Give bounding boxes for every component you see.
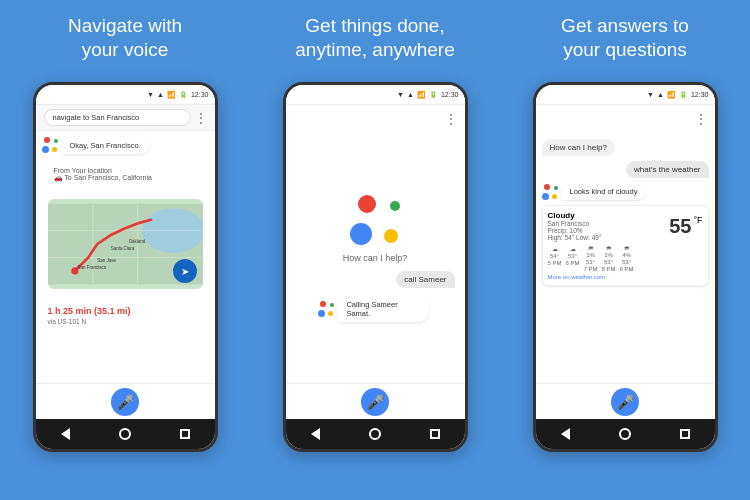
phone2-status-bar: ▼ ▲ 📶 🔋 12:30	[286, 85, 465, 105]
phone3-assistant-row: Looks kind of cloudy	[542, 183, 709, 200]
phone3-assistant-text: Looks kind of cloudy	[562, 183, 646, 200]
back-button-1[interactable]	[58, 427, 72, 441]
status-icons-1: ▼ ▲ 📶 🔋 12:30	[147, 91, 208, 99]
phone3-nav-bar	[536, 419, 715, 449]
phone1-route-time-row: 1 h 25 min (35.1 mi) via US-101 N	[42, 298, 209, 327]
weather-more-link[interactable]: More on weather.com	[548, 274, 703, 280]
weather-hour-3: 🌧 1% 53° 8 PM	[602, 245, 616, 272]
weather-hourly: ☁ 54° 5 PM ☁ 53° 6 PM 🌧 1%	[548, 245, 703, 272]
phone3-mic-container: 🎤	[536, 383, 715, 419]
phone2: ▼ ▲ 📶 🔋 12:30 ⋮	[283, 82, 468, 452]
phone2-assistant-row: Calling Sameer Samat.	[318, 296, 431, 322]
phone1-mic-button[interactable]: 🎤	[111, 388, 139, 416]
phone1-search-bar[interactable]: navigate to San Francisco	[44, 109, 191, 126]
phone1-mic-container: 🎤	[36, 383, 215, 419]
phone3-top-bar: ⋮	[536, 105, 715, 133]
phone1-route-info: From Your location 🚗 To San Francisco, C…	[48, 163, 203, 186]
phone3-chat-area: How can I help? what's the weather	[536, 133, 715, 383]
panel3-title: Get answers to your questions	[561, 14, 689, 66]
panel-get-things-done: Get things done, anytime, anywhere ▼ ▲ 📶…	[250, 0, 500, 500]
phone3-menu-icon[interactable]: ⋮	[695, 112, 707, 126]
recent-button-2[interactable]	[428, 427, 442, 441]
phone3-ask-label: How can I help?	[542, 139, 615, 156]
phone1: ▼ ▲ 📶 🔋 12:30 navigate to San Francisco …	[33, 82, 218, 452]
phone3-user-bubble-wrapper: what's the weather	[542, 161, 709, 178]
svg-text:Oakland: Oakland	[128, 239, 145, 244]
status-icons-2: ▼ ▲ 📶 🔋 12:30	[397, 91, 458, 99]
assistant-logo-small-2	[318, 301, 334, 317]
recent-button-3[interactable]	[678, 427, 692, 441]
main-container: Navigate with your voice ▼ ▲ 📶 🔋 12:30	[0, 0, 750, 500]
panel1-title: Navigate with your voice	[68, 14, 182, 66]
phone1-assistant-text: Okay, San Francisco.	[62, 137, 149, 154]
phone3-screen: ⋮ How can I help? what's the weather	[536, 105, 715, 419]
assistant-logo-1	[42, 137, 58, 153]
weather-header: Cloudy San Francisco Precip: 10% High: 5…	[548, 211, 703, 241]
home-button-3[interactable]	[618, 427, 632, 441]
weather-hour-0: ☁ 54° 5 PM	[548, 245, 562, 272]
phone2-mic-container: 🎤	[286, 383, 465, 419]
home-button-1[interactable]	[118, 427, 132, 441]
phone2-menu-icon[interactable]: ⋮	[445, 112, 457, 126]
phone2-user-bubble-wrapper: call Sameer	[296, 271, 455, 288]
phone2-main-area: How can I help? call Sameer Calling	[286, 133, 465, 383]
phone2-assistant-text: Calling Sameer Samat.	[338, 296, 429, 322]
phone1-assistant-bubble: Okay, San Francisco.	[42, 137, 209, 154]
panel2-title: Get things done, anytime, anywhere	[295, 14, 454, 66]
panel-navigate: Navigate with your voice ▼ ▲ 📶 🔋 12:30	[0, 0, 250, 500]
back-button-2[interactable]	[308, 427, 322, 441]
assistant-logo-large-2	[350, 195, 400, 245]
svg-text:San Jose: San Jose	[97, 258, 116, 263]
phone1-screen: navigate to San Francisco ⋮	[36, 105, 215, 419]
phone1-menu-icon[interactable]: ⋮	[195, 111, 207, 125]
phone1-nav-bar	[36, 419, 215, 449]
back-button-3[interactable]	[558, 427, 572, 441]
phone3-mic-button[interactable]: 🎤	[611, 388, 639, 416]
phone1-navigate-btn[interactable]: ➤	[173, 259, 197, 283]
phone1-status-bar: ▼ ▲ 📶 🔋 12:30	[36, 85, 215, 105]
weather-hour-4: 🌧 4% 53° 9 PM	[620, 245, 634, 272]
phone2-user-bubble: call Sameer	[396, 271, 454, 288]
recent-button-1[interactable]	[178, 427, 192, 441]
phone1-chat-area: Okay, San Francisco. From Your location …	[36, 131, 215, 383]
phone3-weather-card: Cloudy San Francisco Precip: 10% High: 5…	[542, 205, 709, 286]
phone2-mic-button[interactable]: 🎤	[361, 388, 389, 416]
home-button-2[interactable]	[368, 427, 382, 441]
svg-text:Santa Clara: Santa Clara	[110, 246, 134, 251]
phone1-search-row: navigate to San Francisco ⋮	[36, 105, 215, 131]
phone1-map[interactable]: San Francisco Oakland San Jose Santa Cla…	[48, 199, 203, 289]
weather-hour-2: 🌧 1% 53° 7 PM	[584, 245, 598, 272]
phone3-user-bubble: what's the weather	[626, 161, 708, 178]
phone3-status-bar: ▼ ▲ 📶 🔋 12:30	[536, 85, 715, 105]
phone2-screen: ⋮ How can I help? call Sameer	[286, 105, 465, 419]
phone3: ▼ ▲ 📶 🔋 12:30 ⋮ How can I help? wha	[533, 82, 718, 452]
assistant-logo-small-3	[542, 184, 558, 200]
panel-get-answers: Get answers to your questions ▼ ▲ 📶 🔋 12…	[500, 0, 750, 500]
svg-text:San Francisco: San Francisco	[77, 265, 106, 270]
weather-hour-1: ☁ 53° 6 PM	[566, 245, 580, 272]
phone2-nav-bar	[286, 419, 465, 449]
status-icons-3: ▼ ▲ 📶 🔋 12:30	[647, 91, 708, 99]
phone2-top-bar: ⋮	[286, 105, 465, 133]
phone2-ask-label: How can I help?	[343, 253, 408, 263]
